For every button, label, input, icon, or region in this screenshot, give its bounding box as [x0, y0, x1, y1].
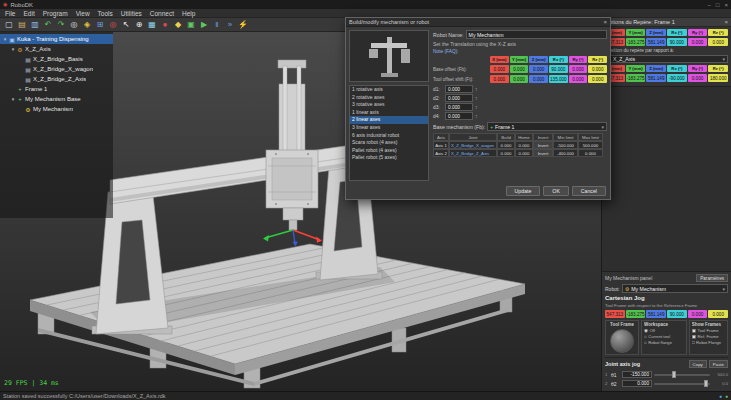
show-frames-option[interactable]: ▣Tool Frame: [692, 328, 725, 333]
pose-value-cell[interactable]: 180.000: [708, 74, 728, 82]
show-frames-option[interactable]: ▣Ref. Frame: [692, 334, 725, 339]
frame-relative-dropdown[interactable]: + X_Z_Axis ▾: [605, 55, 728, 63]
python-icon[interactable]: ⚡: [237, 19, 249, 31]
workspace-option[interactable]: ○Current tool: [644, 334, 684, 339]
param-input[interactable]: 0.000: [445, 112, 473, 120]
joint-slider-handle[interactable]: [704, 380, 708, 387]
mechanism-type-option[interactable]: Pallet robot (5 axes): [350, 154, 428, 162]
pose-value-cell[interactable]: 581.149: [646, 74, 666, 82]
dialog-ok-button[interactable]: OK: [543, 186, 569, 196]
show-frames-option[interactable]: □Robot Flange: [692, 340, 725, 345]
pose-value-cell[interactable]: 0.000: [510, 65, 529, 73]
mechanism-type-option[interactable]: Pallet robot (4 axes): [350, 147, 428, 155]
joint-slider[interactable]: [654, 374, 710, 376]
pose-value-cell[interactable]: 135.000: [549, 75, 568, 83]
workspace-option[interactable]: ○Robot flange: [644, 340, 684, 345]
pose-value-cell[interactable]: 0.000: [588, 75, 607, 83]
pose-value-cell[interactable]: 581.149: [646, 38, 666, 46]
menu-help[interactable]: Help: [182, 10, 195, 17]
pose-value-cell[interactable]: -90.000: [667, 74, 687, 82]
pose-value-cell[interactable]: 0.000: [569, 75, 588, 83]
dialog-update-button[interactable]: Update: [506, 186, 541, 196]
pose-value-cell[interactable]: 0.000: [510, 75, 529, 83]
joint-invert-button[interactable]: Invert: [533, 141, 553, 149]
workspace-option[interactable]: ◉Off: [644, 328, 684, 333]
param-input[interactable]: 0.000: [445, 94, 473, 102]
connect-status-icon[interactable]: ●: [719, 393, 722, 399]
pose-value-cell[interactable]: -183.275: [626, 310, 646, 318]
redo-icon[interactable]: ↷: [55, 19, 67, 31]
joint-slider-handle[interactable]: [672, 371, 676, 378]
dialog-cancel-button[interactable]: Cancel: [572, 186, 606, 196]
close-icon[interactable]: ×: [603, 19, 607, 25]
mechanism-type-option[interactable]: 1 rotative axis: [350, 86, 428, 94]
mechanism-type-option[interactable]: 3 linear axes: [350, 124, 428, 132]
simulation-status-icon[interactable]: ●: [725, 393, 728, 399]
open-icon[interactable]: ▤: [16, 19, 28, 31]
robot-name-input[interactable]: My Mechanism: [466, 30, 607, 39]
pose-value-cell[interactable]: -183.275: [626, 74, 646, 82]
joint-min-limit-cell[interactable]: -500.000: [553, 141, 578, 149]
pose-value-cell[interactable]: 0.000: [490, 65, 509, 73]
mechanism-type-option[interactable]: 2 rotative axes: [350, 94, 428, 102]
pose-value-cell[interactable]: 581.149: [646, 310, 666, 318]
joint-build-cell[interactable]: 0.000: [497, 149, 515, 157]
render-icon[interactable]: ◈: [81, 19, 93, 31]
mechanism-type-option[interactable]: 3 rotative axes: [350, 101, 428, 109]
parameters-button[interactable]: Paramètres: [696, 274, 728, 282]
pose-value-cell[interactable]: 0.000: [708, 310, 728, 318]
dialog-titlebar[interactable]: Build/modify mechanism or robot ×: [346, 18, 610, 27]
dialog-faq-link[interactable]: Note (FAQ):: [433, 49, 607, 54]
add-target-icon[interactable]: ◎: [107, 19, 119, 31]
spinner-icon[interactable]: ↕: [475, 104, 478, 110]
pose-value-cell[interactable]: 0.000: [490, 75, 509, 83]
tree-item[interactable]: +Frame 1: [0, 84, 113, 94]
pose-value-cell[interactable]: 0.000: [529, 75, 548, 83]
joint-value-input[interactable]: 0.000: [622, 380, 652, 387]
menu-utilities[interactable]: Utilities: [121, 10, 142, 17]
joint-copy-button[interactable]: Copy: [689, 360, 707, 368]
tree-item[interactable]: ▤X_Z_Bridge_X_wagon: [0, 64, 113, 74]
param-input[interactable]: 0.000: [445, 85, 473, 93]
pose-value-cell[interactable]: 0.000: [688, 310, 708, 318]
move-reference-icon[interactable]: ⊕: [133, 19, 145, 31]
menu-program[interactable]: Program: [43, 10, 68, 17]
joint-max-limit-cell[interactable]: 0.000: [578, 149, 603, 157]
spinner-icon[interactable]: ↕: [475, 95, 478, 101]
play-icon[interactable]: ▶: [198, 19, 210, 31]
undo-icon[interactable]: ↶: [42, 19, 54, 31]
close-icon[interactable]: ×: [724, 19, 728, 25]
menu-edit[interactable]: Edit: [23, 10, 34, 17]
pose-value-cell[interactable]: -183.275: [626, 38, 646, 46]
record-icon[interactable]: ●: [159, 19, 171, 31]
pose-value-cell[interactable]: 0.000: [569, 65, 588, 73]
save-icon[interactable]: ▥: [29, 19, 41, 31]
menu-view[interactable]: View: [76, 10, 90, 17]
pose-value-cell[interactable]: 0.000: [588, 65, 607, 73]
joint-home-cell[interactable]: 0.000: [515, 149, 533, 157]
pose-value-cell[interactable]: 0.000: [688, 38, 708, 46]
joint-max-limit-cell[interactable]: 500.000: [578, 141, 603, 149]
new-station-icon[interactable]: ▢: [3, 19, 15, 31]
robot-dropdown[interactable]: ⚙ My Mechanism ▾: [622, 284, 728, 293]
pose-value-cell[interactable]: 547.313: [605, 310, 625, 318]
add-object-icon[interactable]: ▦: [146, 19, 158, 31]
close-button[interactable]: ×: [724, 2, 728, 8]
spinner-icon[interactable]: ↕: [475, 86, 478, 92]
add-curve-icon[interactable]: ◆: [172, 19, 184, 31]
joint-home-cell[interactable]: 0.000: [515, 141, 533, 149]
pose-value-cell[interactable]: 0.000: [529, 65, 548, 73]
pose-value-cell[interactable]: 90.000: [667, 38, 687, 46]
mechanism-type-option[interactable]: Scara robot (4 axes): [350, 139, 428, 147]
joint-slider[interactable]: [654, 383, 710, 385]
auto-fit-icon[interactable]: ◎: [68, 19, 80, 31]
maximize-button[interactable]: □: [716, 2, 720, 8]
joint-paste-button[interactable]: Paste: [709, 360, 728, 368]
spinner-icon[interactable]: ↕: [475, 113, 478, 119]
param-input[interactable]: 0.000: [445, 103, 473, 111]
joint-build-cell[interactable]: 0.000: [497, 141, 515, 149]
jog-ball[interactable]: [610, 329, 634, 353]
menu-tools[interactable]: Tools: [98, 10, 113, 17]
mechanism-type-option[interactable]: 6 axis industrial robot: [350, 132, 428, 140]
mechanism-type-option[interactable]: 2 linear axes: [350, 116, 428, 124]
